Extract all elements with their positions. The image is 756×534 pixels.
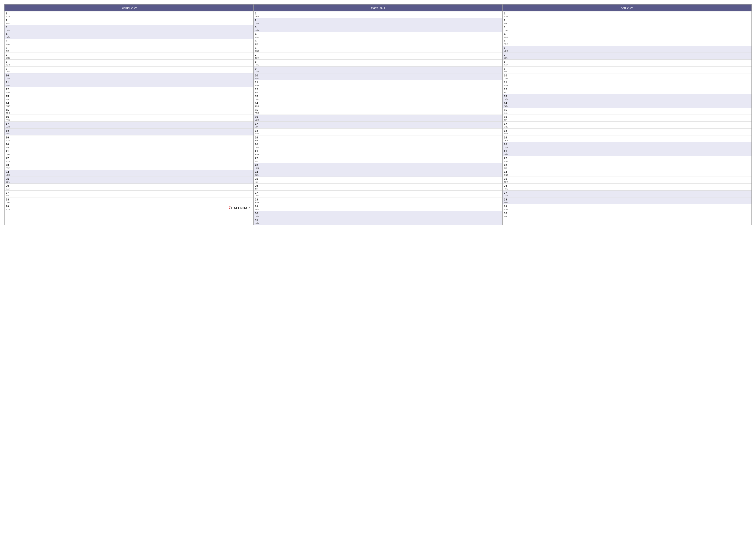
day-info: 2LØR [255,19,260,25]
day-row: 24SØN [254,170,502,177]
day-row: 25TOR [502,177,751,184]
day-name: ONS [504,78,509,80]
day-row: 27TIR [5,191,254,197]
day-name: ONS [6,202,11,204]
day-number: 8 [255,60,260,64]
day-name: TOR [6,112,11,114]
day-row: 25SØN [5,177,254,184]
day-number: 26 [6,184,11,188]
day-name: SØN [255,126,260,128]
day-name: ONS [504,126,509,128]
day-info: 12MAN [6,88,11,93]
day-number: 21 [504,150,509,153]
day-name: LØR [6,78,11,80]
day-row: 6LØR [502,46,751,53]
day-name: MAN [504,64,509,66]
day-info: 20TIR [6,143,11,149]
day-info: 18SØN [6,129,11,135]
day-number: 14 [255,101,260,105]
day-name: MAN [255,85,260,87]
day-info: 19FRE [504,136,509,142]
day-info: 21TOR [255,150,260,156]
day-info: 26MAN [6,184,11,190]
day-row: 7ONS [5,53,254,60]
day-info: 12TIR [255,88,260,93]
day-row: 21ONS [5,149,254,156]
day-name: SØN [6,181,11,183]
day-info: 6TIR [6,46,11,52]
day-name: TIR [255,140,260,142]
day-name: LØR [6,29,11,32]
day-number: 4 [6,33,11,36]
day-row: 19TIR [254,136,502,142]
day-name: TOR [504,133,509,135]
day-row: 29FRE [254,204,502,211]
day-number: 7 [6,53,11,57]
day-name: SØN [255,222,260,224]
day-number: 20 [504,143,509,146]
day-number: 28 [6,198,11,201]
day-number: 22 [6,157,11,160]
day-name: TIR [504,22,509,25]
day-row: 30TIR [502,211,751,218]
day-row: 4SØN [5,32,254,39]
day-row: 16TIR [502,115,751,122]
day-info: 1TOR [6,12,11,18]
day-row: 13ONS [254,94,502,101]
day-info: 7SØN [504,53,509,59]
day-number: 28 [504,198,509,201]
day-info: 9TIR [504,67,509,73]
day-name: TIR [6,195,11,197]
day-info: 15FRE [255,108,260,114]
day-number: 7 [255,53,260,57]
day-info: 28SØN [504,198,509,204]
day-name: FRE [504,140,509,142]
day-name: FRE [6,167,11,169]
day-info: 23LØR [255,164,260,169]
day-row: 1TOR [5,12,254,18]
day-number: 14 [504,101,509,105]
day-row: 8FRE [254,60,502,66]
day-number: 25 [6,177,11,181]
day-info: 27LØR [504,191,509,197]
day-info: 17LØR [6,122,11,128]
calendar-page: Februar 20241TOR2FRE3LØR4SØN5MAN6TIR7ONS… [0,0,756,534]
day-info: 20LØR [504,143,509,149]
day-number: 17 [6,122,11,126]
day-name: LØR [504,50,509,52]
day-info: 4TOR [504,33,509,38]
day-number: 12 [504,88,509,91]
day-name: FRE [255,112,260,114]
day-name: ONS [6,153,11,156]
day-name: LØR [255,119,260,121]
day-info: 21SØN [504,150,509,156]
day-row: 17LØR [5,122,254,129]
day-row: 11MAN [254,80,502,87]
day-info: 1FRE [255,12,260,18]
day-info: 26TIR [255,184,260,190]
day-number: 27 [504,191,509,194]
day-name: ONS [255,98,260,100]
day-row: 14ONS [5,101,254,108]
day-name: FRE [504,188,509,190]
day-info: 13ONS [255,94,260,100]
day-name: TIR [6,50,11,52]
day-name: SØN [255,174,260,176]
day-info: 28ONS [6,198,11,204]
day-name: LØR [504,98,509,100]
day-row: 22TOR [5,156,254,163]
day-name: TIR [504,71,509,73]
day-row: 18MAN [254,129,502,136]
day-name: MAN [6,140,11,142]
day-number: 10 [6,74,11,77]
day-info: 6ONS [255,46,260,52]
day-info: 21ONS [6,150,11,156]
day-name: FRE [504,91,509,93]
day-row: 13TIR [5,94,254,101]
day-row: 4TOR [502,32,751,39]
day-number: 28 [255,198,260,201]
day-info: 7TOR [255,53,260,59]
day-number: 19 [6,136,11,139]
day-row: 15FRE [254,108,502,115]
day-row: 20LØR [502,142,751,149]
